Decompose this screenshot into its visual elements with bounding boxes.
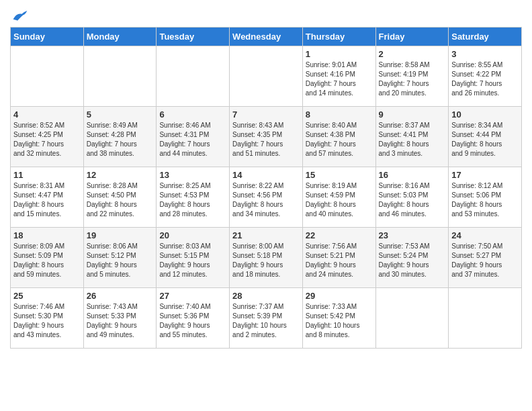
- calendar-cell: 26Sunrise: 7:43 AM Sunset: 5:33 PM Dayli…: [83, 288, 157, 349]
- page-header: [10, 7, 522, 23]
- column-header-monday: Monday: [83, 28, 157, 46]
- calendar-cell: 12Sunrise: 8:28 AM Sunset: 4:50 PM Dayli…: [83, 167, 157, 228]
- calendar-cell: 8Sunrise: 8:40 AM Sunset: 4:38 PM Daylig…: [302, 107, 375, 167]
- day-number: 15: [306, 170, 373, 180]
- calendar-cell: 3Sunrise: 8:55 AM Sunset: 4:22 PM Daylig…: [449, 46, 522, 107]
- calendar-cell: 23Sunrise: 7:53 AM Sunset: 5:24 PM Dayli…: [375, 228, 449, 288]
- calendar-cell: [157, 46, 230, 107]
- day-number: 4: [13, 109, 81, 120]
- day-number: 27: [159, 291, 226, 301]
- day-info: Sunrise: 8:06 AM Sunset: 5:12 PM Dayligh…: [87, 242, 154, 279]
- day-info: Sunrise: 8:12 AM Sunset: 5:06 PM Dayligh…: [451, 181, 519, 219]
- day-number: 26: [87, 291, 154, 301]
- calendar-cell: [449, 288, 522, 349]
- calendar-cell: 28Sunrise: 7:37 AM Sunset: 5:39 PM Dayli…: [230, 288, 303, 349]
- day-info: Sunrise: 8:03 AM Sunset: 5:15 PM Dayligh…: [159, 242, 226, 279]
- day-number: 23: [379, 230, 446, 240]
- calendar-cell: 1Sunrise: 9:01 AM Sunset: 4:16 PM Daylig…: [302, 46, 375, 107]
- day-info: Sunrise: 8:25 AM Sunset: 4:53 PM Dayligh…: [159, 181, 226, 219]
- day-info: Sunrise: 8:55 AM Sunset: 4:22 PM Dayligh…: [451, 60, 519, 98]
- calendar-cell: 2Sunrise: 8:58 AM Sunset: 4:19 PM Daylig…: [375, 46, 449, 107]
- day-number: 20: [159, 230, 226, 240]
- calendar-table: SundayMondayTuesdayWednesdayThursdayFrid…: [10, 27, 522, 349]
- column-header-thursday: Thursday: [302, 28, 375, 46]
- day-number: 9: [379, 109, 446, 120]
- day-number: 24: [451, 230, 519, 240]
- day-info: Sunrise: 8:16 AM Sunset: 5:03 PM Dayligh…: [379, 181, 446, 219]
- day-info: Sunrise: 8:46 AM Sunset: 4:31 PM Dayligh…: [159, 121, 226, 158]
- day-number: 17: [451, 170, 519, 180]
- day-number: 25: [13, 291, 81, 301]
- calendar-cell: 7Sunrise: 8:43 AM Sunset: 4:35 PM Daylig…: [230, 107, 303, 167]
- calendar-cell: 11Sunrise: 8:31 AM Sunset: 4:47 PM Dayli…: [11, 167, 84, 228]
- calendar-cell: 13Sunrise: 8:25 AM Sunset: 4:53 PM Dayli…: [157, 167, 230, 228]
- day-info: Sunrise: 7:46 AM Sunset: 5:30 PM Dayligh…: [13, 302, 81, 340]
- day-number: 21: [232, 230, 300, 240]
- calendar-cell: 20Sunrise: 8:03 AM Sunset: 5:15 PM Dayli…: [157, 228, 230, 288]
- day-number: 16: [379, 170, 446, 180]
- day-number: 3: [451, 49, 519, 59]
- day-info: Sunrise: 8:43 AM Sunset: 4:35 PM Dayligh…: [232, 121, 300, 158]
- calendar-cell: [11, 46, 84, 107]
- day-info: Sunrise: 8:49 AM Sunset: 4:28 PM Dayligh…: [87, 121, 154, 158]
- day-info: Sunrise: 8:40 AM Sunset: 4:38 PM Dayligh…: [306, 121, 373, 158]
- day-info: Sunrise: 8:37 AM Sunset: 4:41 PM Dayligh…: [379, 121, 446, 158]
- day-number: 12: [87, 170, 154, 180]
- day-number: 18: [13, 230, 81, 240]
- calendar-cell: 22Sunrise: 7:56 AM Sunset: 5:21 PM Dayli…: [302, 228, 375, 288]
- logo: [10, 9, 28, 23]
- day-number: 28: [232, 291, 300, 301]
- day-info: Sunrise: 8:28 AM Sunset: 4:50 PM Dayligh…: [87, 181, 154, 219]
- day-number: 11: [13, 170, 81, 180]
- day-number: 14: [232, 170, 300, 180]
- calendar-cell: 25Sunrise: 7:46 AM Sunset: 5:30 PM Dayli…: [11, 288, 84, 349]
- calendar-cell: [83, 46, 157, 107]
- day-number: 5: [87, 109, 154, 120]
- day-info: Sunrise: 8:31 AM Sunset: 4:47 PM Dayligh…: [13, 181, 81, 219]
- day-number: 10: [451, 109, 519, 120]
- calendar-cell: [375, 288, 449, 349]
- day-number: 8: [306, 109, 373, 120]
- day-number: 29: [306, 291, 373, 301]
- calendar-cell: 15Sunrise: 8:19 AM Sunset: 4:59 PM Dayli…: [302, 167, 375, 228]
- day-number: 19: [87, 230, 154, 240]
- day-number: 22: [306, 230, 373, 240]
- day-info: Sunrise: 7:56 AM Sunset: 5:21 PM Dayligh…: [306, 242, 373, 279]
- calendar-cell: [230, 46, 303, 107]
- day-info: Sunrise: 7:33 AM Sunset: 5:42 PM Dayligh…: [306, 302, 373, 340]
- calendar-cell: 24Sunrise: 7:50 AM Sunset: 5:27 PM Dayli…: [449, 228, 522, 288]
- day-number: 7: [232, 109, 300, 120]
- calendar-cell: 18Sunrise: 8:09 AM Sunset: 5:09 PM Dayli…: [11, 228, 84, 288]
- day-info: Sunrise: 7:40 AM Sunset: 5:36 PM Dayligh…: [159, 302, 226, 340]
- day-info: Sunrise: 7:37 AM Sunset: 5:39 PM Dayligh…: [232, 302, 300, 340]
- calendar-cell: 5Sunrise: 8:49 AM Sunset: 4:28 PM Daylig…: [83, 107, 157, 167]
- calendar-cell: 21Sunrise: 8:00 AM Sunset: 5:18 PM Dayli…: [230, 228, 303, 288]
- day-info: Sunrise: 7:43 AM Sunset: 5:33 PM Dayligh…: [87, 302, 154, 340]
- calendar-cell: 9Sunrise: 8:37 AM Sunset: 4:41 PM Daylig…: [375, 107, 449, 167]
- column-header-friday: Friday: [375, 28, 449, 46]
- day-info: Sunrise: 8:19 AM Sunset: 4:59 PM Dayligh…: [306, 181, 373, 219]
- day-info: Sunrise: 8:00 AM Sunset: 5:18 PM Dayligh…: [232, 242, 300, 279]
- day-number: 13: [159, 170, 226, 180]
- day-info: Sunrise: 7:53 AM Sunset: 5:24 PM Dayligh…: [379, 242, 446, 279]
- calendar-cell: 14Sunrise: 8:22 AM Sunset: 4:56 PM Dayli…: [230, 167, 303, 228]
- day-info: Sunrise: 8:52 AM Sunset: 4:25 PM Dayligh…: [13, 121, 81, 158]
- logo-bird-icon: [12, 9, 28, 23]
- column-header-wednesday: Wednesday: [230, 28, 303, 46]
- calendar-cell: 6Sunrise: 8:46 AM Sunset: 4:31 PM Daylig…: [157, 107, 230, 167]
- calendar-cell: 4Sunrise: 8:52 AM Sunset: 4:25 PM Daylig…: [11, 107, 84, 167]
- calendar-cell: 29Sunrise: 7:33 AM Sunset: 5:42 PM Dayli…: [302, 288, 375, 349]
- day-info: Sunrise: 8:09 AM Sunset: 5:09 PM Dayligh…: [13, 242, 81, 279]
- day-info: Sunrise: 8:22 AM Sunset: 4:56 PM Dayligh…: [232, 181, 300, 219]
- calendar-cell: 17Sunrise: 8:12 AM Sunset: 5:06 PM Dayli…: [449, 167, 522, 228]
- day-number: 1: [306, 49, 373, 59]
- column-header-saturday: Saturday: [449, 28, 522, 46]
- day-info: Sunrise: 9:01 AM Sunset: 4:16 PM Dayligh…: [306, 60, 373, 98]
- calendar-cell: 16Sunrise: 8:16 AM Sunset: 5:03 PM Dayli…: [375, 167, 449, 228]
- calendar-cell: 19Sunrise: 8:06 AM Sunset: 5:12 PM Dayli…: [83, 228, 157, 288]
- day-info: Sunrise: 8:58 AM Sunset: 4:19 PM Dayligh…: [379, 60, 446, 98]
- day-number: 6: [159, 109, 226, 120]
- day-info: Sunrise: 7:50 AM Sunset: 5:27 PM Dayligh…: [451, 242, 519, 279]
- calendar-cell: 10Sunrise: 8:34 AM Sunset: 4:44 PM Dayli…: [449, 107, 522, 167]
- column-header-sunday: Sunday: [11, 28, 84, 46]
